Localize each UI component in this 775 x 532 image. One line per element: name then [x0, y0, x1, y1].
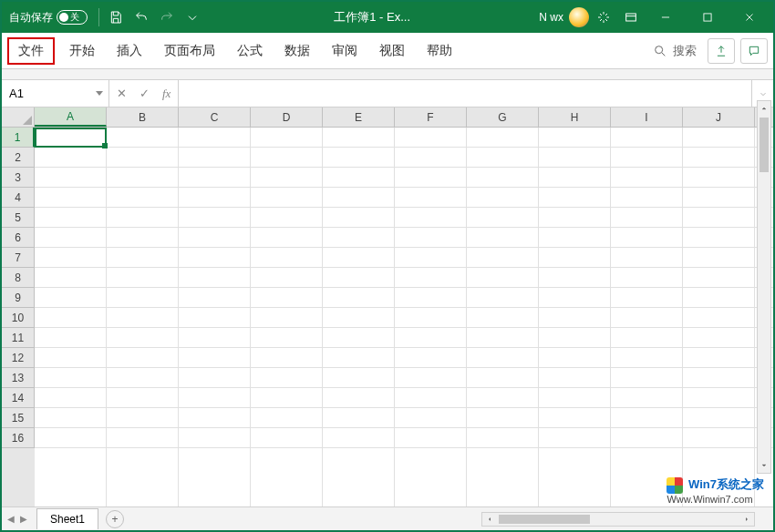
fx-icon[interactable]: fx	[162, 87, 170, 101]
window-title: 工作簿1 - Ex...	[205, 9, 539, 26]
ribbon-display-icon[interactable]	[618, 5, 644, 30]
minimize-button[interactable]	[646, 4, 686, 31]
sheet-next-icon[interactable]: ▶	[20, 514, 27, 524]
tab-view[interactable]: 视图	[368, 37, 416, 65]
column-headers: A B C D E F G H I J	[2, 107, 773, 128]
autosave-toggle[interactable]: 自动保存 关	[2, 10, 95, 26]
autosave-label: 自动保存	[9, 10, 53, 26]
share-button[interactable]	[708, 38, 735, 64]
tab-data[interactable]: 数据	[274, 37, 321, 65]
autosave-state: 关	[70, 11, 79, 24]
row-header-6[interactable]: 6	[2, 228, 35, 248]
row-header-9[interactable]: 9	[2, 288, 35, 308]
sheet-tab-1[interactable]: Sheet1	[36, 508, 98, 529]
svg-point-2	[656, 46, 663, 53]
scroll-right-icon[interactable]	[739, 516, 754, 523]
search-box[interactable]: 搜索	[647, 43, 702, 59]
cells-area[interactable]	[35, 128, 773, 506]
col-header-A[interactable]: A	[35, 107, 107, 127]
maximize-button[interactable]	[687, 4, 728, 31]
tab-file[interactable]: 文件	[7, 37, 55, 65]
row-header-8[interactable]: 8	[2, 268, 35, 288]
ribbon-tabs: 文件 开始 插入 页面布局 公式 数据 审阅 视图 帮助 搜索	[2, 33, 773, 69]
scroll-left-icon[interactable]	[482, 516, 497, 523]
sheet-tabs-bar: ◀▶ Sheet1 +	[2, 506, 773, 530]
sheet-prev-icon[interactable]: ◀	[7, 514, 15, 524]
row-header-10[interactable]: 10	[2, 308, 35, 328]
active-cell[interactable]	[35, 128, 107, 148]
col-header-D[interactable]: D	[251, 107, 323, 127]
formula-bar: A1 ✕ ✓ fx	[2, 80, 773, 107]
col-header-F[interactable]: F	[395, 107, 467, 127]
col-header-H[interactable]: H	[539, 107, 611, 127]
col-header-E[interactable]: E	[323, 107, 395, 127]
row-header-16[interactable]: 16	[2, 428, 35, 448]
tab-page-layout[interactable]: 页面布局	[153, 37, 226, 65]
divider	[98, 8, 99, 26]
select-all-button[interactable]	[2, 107, 35, 127]
toggle-knob	[59, 13, 68, 22]
sparkle-icon[interactable]	[591, 5, 616, 30]
chevron-down-icon	[96, 91, 103, 96]
search-placeholder: 搜索	[673, 43, 697, 59]
svg-rect-1	[704, 14, 711, 21]
vertical-scrollbar[interactable]	[757, 100, 771, 474]
add-sheet-button[interactable]: +	[106, 510, 124, 528]
scroll-up-icon[interactable]	[758, 101, 770, 116]
row-header-3[interactable]: 3	[2, 168, 35, 188]
formula-buttons: ✕ ✓ fx	[109, 80, 179, 107]
col-header-G[interactable]: G	[467, 107, 539, 127]
col-header-C[interactable]: C	[179, 107, 251, 127]
hscroll-thumb[interactable]	[499, 515, 590, 524]
tab-review[interactable]: 审阅	[321, 37, 368, 65]
tab-help[interactable]: 帮助	[416, 37, 463, 65]
sheet-nav[interactable]: ◀▶	[2, 514, 33, 524]
user-name[interactable]: N wx	[539, 11, 563, 24]
row-header-1[interactable]: 1	[2, 128, 35, 148]
ribbon-body-collapsed	[2, 69, 773, 80]
tab-formulas[interactable]: 公式	[226, 37, 274, 65]
autosave-switch[interactable]: 关	[57, 10, 88, 25]
name-box[interactable]: A1	[2, 80, 109, 107]
row-header-14[interactable]: 14	[2, 388, 35, 408]
row-header-15[interactable]: 15	[2, 408, 35, 428]
row-header-4[interactable]: 4	[2, 188, 35, 208]
grid: A B C D E F G H I J 1 2 3 4 5 6 7 8 9 10…	[2, 107, 773, 506]
redo-icon[interactable]	[154, 5, 180, 30]
row-header-2[interactable]: 2	[2, 148, 35, 168]
qat-customize-icon[interactable]	[180, 5, 205, 30]
row-header-7[interactable]: 7	[2, 248, 35, 268]
cancel-icon[interactable]: ✕	[117, 87, 127, 100]
row-header-5[interactable]: 5	[2, 208, 35, 228]
col-header-J[interactable]: J	[683, 107, 755, 127]
col-header-I[interactable]: I	[611, 107, 683, 127]
tab-home[interactable]: 开始	[58, 37, 106, 65]
avatar[interactable]	[569, 7, 589, 27]
save-icon[interactable]	[103, 5, 129, 30]
title-bar: 自动保存 关 工作簿1 - Ex... N wx	[2, 2, 773, 33]
name-box-value: A1	[9, 87, 24, 100]
scroll-down-icon[interactable]	[758, 458, 770, 473]
close-button[interactable]	[729, 4, 770, 31]
row-header-12[interactable]: 12	[2, 348, 35, 368]
scroll-thumb[interactable]	[760, 118, 769, 172]
row-headers: 1 2 3 4 5 6 7 8 9 10 11 12 13 14 15 16	[2, 128, 35, 506]
row-header-11[interactable]: 11	[2, 328, 35, 348]
search-icon	[653, 44, 667, 58]
tab-insert[interactable]: 插入	[106, 37, 153, 65]
row-header-13[interactable]: 13	[2, 368, 35, 388]
formula-input[interactable]	[179, 80, 751, 107]
col-header-B[interactable]: B	[107, 107, 179, 127]
horizontal-scrollbar[interactable]	[481, 512, 755, 527]
comments-button[interactable]	[740, 38, 768, 64]
enter-icon[interactable]: ✓	[140, 87, 150, 100]
undo-icon[interactable]	[129, 5, 154, 30]
svg-rect-0	[626, 14, 636, 21]
